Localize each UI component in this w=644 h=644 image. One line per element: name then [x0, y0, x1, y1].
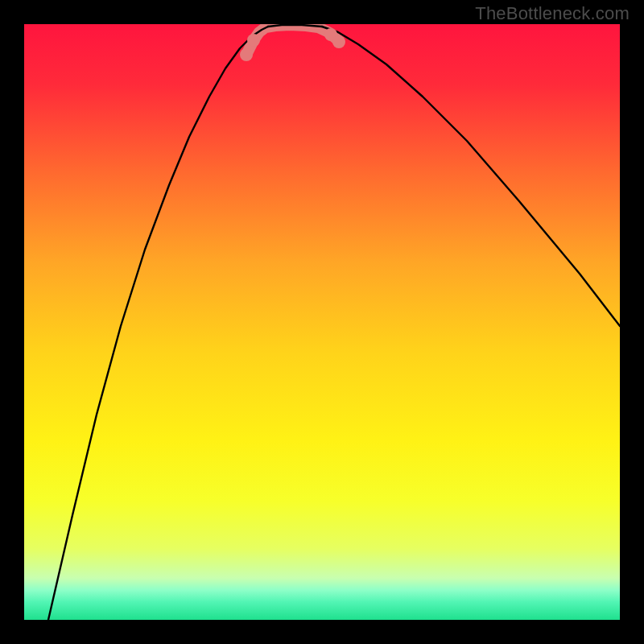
watermark-text: TheBottleneck.com: [475, 3, 630, 24]
chart-frame: TheBottleneck.com: [0, 0, 644, 644]
marker-dot-0: [240, 48, 253, 61]
series-bottleneck-curve-right: [322, 27, 620, 326]
series-bottleneck-curve: [48, 27, 268, 620]
series-group: [48, 25, 620, 620]
marker-dot-1: [247, 34, 260, 47]
curve-layer: [24, 24, 620, 620]
plot-area: [24, 24, 620, 620]
marker-dot-3: [332, 35, 345, 48]
series-marker-band: [246, 25, 338, 55]
